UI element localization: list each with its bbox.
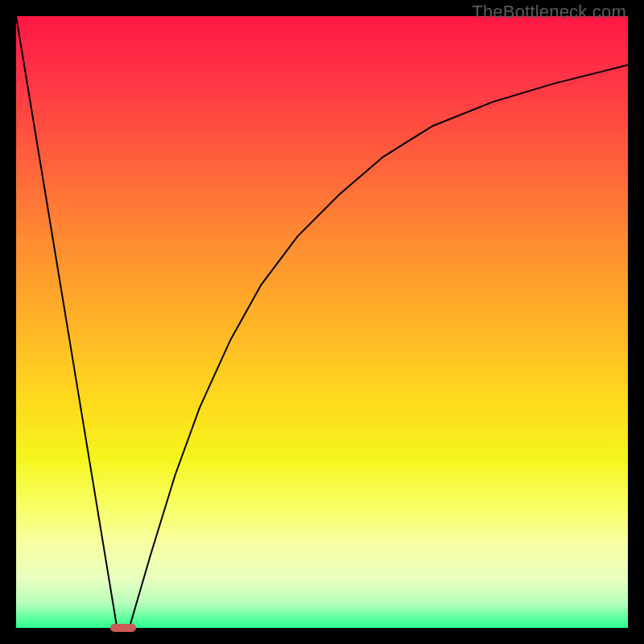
plot-area [16, 16, 628, 628]
line-chart-svg [16, 16, 628, 628]
series-left-linear-segment [16, 16, 117, 628]
watermark-text: TheBottleneck.com [472, 2, 626, 23]
series-right-curve-segment [130, 65, 628, 628]
bottleneck-marker [110, 624, 136, 632]
chart-frame: TheBottleneck.com [0, 0, 644, 644]
